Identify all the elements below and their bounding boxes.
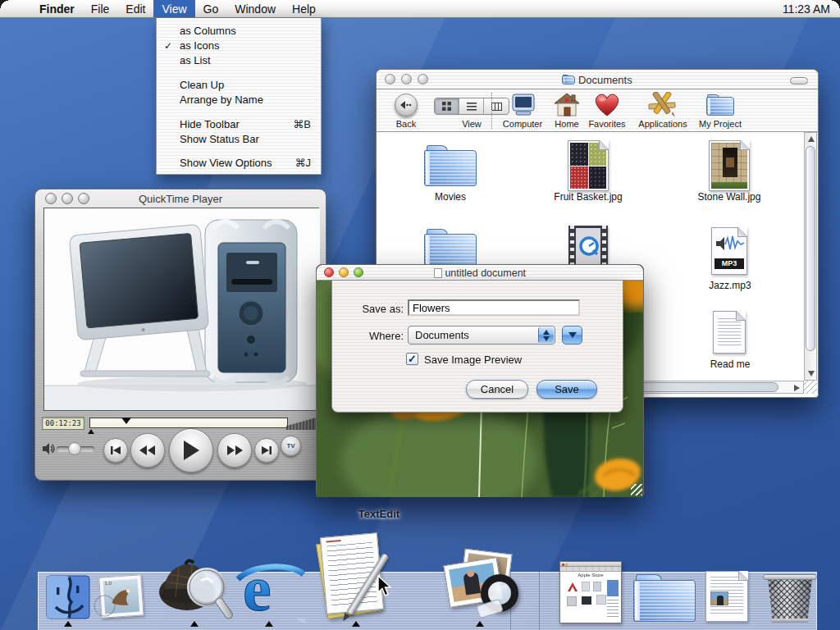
computer-icon[interactable] <box>506 94 537 116</box>
window-title: QuickTime Player <box>35 193 326 205</box>
rewind-button[interactable] <box>130 433 165 468</box>
quicktime-player-window: QuickTime Player <box>34 189 326 481</box>
running-indicator <box>64 621 72 627</box>
menu-finder[interactable]: Finder <box>31 0 83 17</box>
menu-item-show-status-bar[interactable]: Show Status Bar <box>157 132 321 147</box>
scroll-up-icon[interactable] <box>808 136 815 142</box>
next-button[interactable] <box>254 438 279 463</box>
dock-preview-icon[interactable] <box>440 551 522 625</box>
finder-titlebar[interactable]: Documents <box>377 70 818 89</box>
menu-help[interactable]: Help <box>284 0 324 17</box>
dock-minimized-apple-store-window[interactable]: Apple Store <box>559 561 622 623</box>
stamp-value: 1.0 <box>105 581 112 587</box>
checkbox-label: Save Image Preview <box>424 354 522 366</box>
view-switcher[interactable] <box>434 98 509 115</box>
computer-label: Computer <box>500 119 546 129</box>
dock-sherlock-icon[interactable] <box>156 556 235 623</box>
quicktime-timeline[interactable] <box>89 418 288 428</box>
save-dialog: Save as: Where: Documents ✓ Save Image P… <box>331 281 623 413</box>
apple-menu-icon[interactable] <box>0 0 31 17</box>
item-label: Read me <box>681 358 779 370</box>
menu-file[interactable]: File <box>83 0 118 17</box>
dock <box>38 572 817 630</box>
my-project-icon[interactable] <box>706 94 734 116</box>
menu-item-as-columns[interactable]: as Columns <box>157 24 321 39</box>
dock-trash-icon[interactable] <box>761 573 819 623</box>
scrollbar-thumb[interactable] <box>806 146 815 351</box>
finder-item-read-me[interactable] <box>713 311 746 354</box>
finder-item-stone-wall[interactable] <box>709 140 750 191</box>
trademark-text: TM <box>297 618 305 623</box>
menu-go[interactable]: Go <box>195 0 227 17</box>
textedit-titlebar[interactable]: untitled document <box>317 265 643 281</box>
check-icon: ✓ <box>408 353 417 365</box>
cancel-button[interactable]: Cancel <box>466 380 528 399</box>
disclosure-button[interactable] <box>562 326 582 345</box>
tv-button[interactable]: TV <box>281 436 301 456</box>
product-logo-icon <box>567 582 578 593</box>
quicktime-titlebar[interactable]: QuickTime Player <box>35 189 326 208</box>
running-indicator <box>352 621 360 627</box>
scroll-right-icon[interactable] <box>794 385 800 391</box>
item-label: Stone Wall.jpg <box>680 191 778 203</box>
play-button[interactable] <box>169 428 213 472</box>
menu-item-as-icons[interactable]: ✓as Icons <box>157 39 321 53</box>
column-view-icon[interactable] <box>484 98 509 114</box>
volume-slider-knob[interactable] <box>68 442 81 455</box>
applications-label: Applications <box>632 119 693 129</box>
running-indicator <box>190 621 199 627</box>
toolbar-toggle-pill[interactable] <box>790 77 808 84</box>
window-title: Documents <box>578 74 632 86</box>
powermac-g4-image <box>44 208 320 410</box>
menu-view[interactable]: View <box>153 0 194 17</box>
menu-window[interactable]: Window <box>226 0 284 17</box>
fast-forward-button[interactable] <box>217 433 252 468</box>
selection-marker-icon <box>88 429 94 434</box>
resize-grip[interactable] <box>804 381 817 394</box>
dock-document-icon[interactable] <box>705 571 751 623</box>
menu-item-clean-up[interactable]: Clean Up <box>157 78 321 93</box>
document-icon <box>434 268 442 278</box>
desktop: QuickTime Player <box>0 0 840 630</box>
dock-finder-icon[interactable] <box>46 575 90 619</box>
menu-edit[interactable]: Edit <box>117 0 153 17</box>
finder-item-fruit-basket[interactable] <box>568 140 609 191</box>
running-indicator <box>265 621 273 627</box>
favorites-label: Favorites <box>582 119 632 129</box>
menu-item-hide-toolbar[interactable]: Hide Toolbar⌘B <box>157 117 321 132</box>
save-as-input[interactable] <box>408 299 580 316</box>
list-view-icon[interactable] <box>459 98 484 114</box>
vertical-scrollbar[interactable] <box>804 132 817 381</box>
dock-hover-label: TextEdit <box>322 508 436 520</box>
dock-folder-icon[interactable] <box>633 574 696 622</box>
where-label: Where: <box>349 330 404 342</box>
popup-stepper-icon[interactable] <box>538 327 554 343</box>
resize-grip[interactable] <box>631 484 642 495</box>
playhead-marker[interactable] <box>121 418 131 424</box>
save-image-preview-checkbox[interactable]: ✓ <box>406 353 418 365</box>
save-button[interactable]: Save <box>536 380 597 399</box>
back-label: Back <box>386 119 426 129</box>
finder-item-jazz-mp3[interactable]: MP3 <box>711 227 747 275</box>
menu-item-as-list[interactable]: as List <box>157 53 321 68</box>
my-project-label: My Project <box>692 119 749 129</box>
audio-waveform-icon <box>715 235 745 253</box>
finder-item-movies[interactable] <box>424 145 477 186</box>
quicktime-timecode: 00:12:23 <box>42 417 84 430</box>
where-popup[interactable]: Documents <box>408 326 555 345</box>
chevron-down-icon <box>568 332 577 338</box>
scroll-down-icon[interactable] <box>808 371 815 377</box>
running-indicator <box>476 621 484 627</box>
applications-icon[interactable] <box>647 92 677 118</box>
menu-item-arrange-by-name[interactable]: Arrange by Name <box>157 93 321 107</box>
previous-button[interactable] <box>103 438 128 463</box>
where-value: Documents <box>409 329 469 341</box>
dock-mail-icon[interactable]: 1.0 <box>95 574 148 622</box>
menu-item-show-view-options[interactable]: Show View Options⌘J <box>157 156 321 171</box>
menu-bar-clock[interactable]: 11:23 AM <box>773 0 840 17</box>
home-icon[interactable] <box>554 93 580 117</box>
dock-internet-explorer-icon[interactable]: e TM <box>236 555 305 625</box>
back-button[interactable] <box>395 94 418 116</box>
icon-view-icon[interactable] <box>435 98 459 114</box>
favorites-icon[interactable] <box>593 93 621 117</box>
